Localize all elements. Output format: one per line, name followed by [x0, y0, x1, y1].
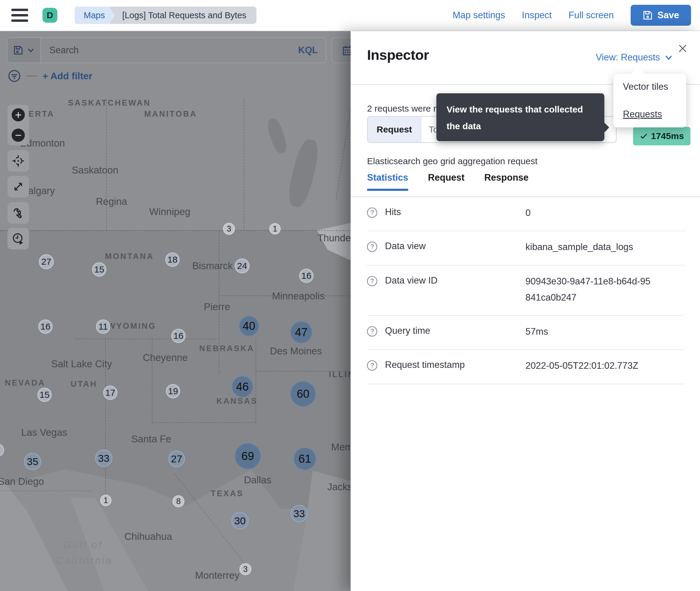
breadcrumb: Maps [Logs] Total Requests and Bytes: [75, 7, 256, 24]
minus-icon: −: [12, 129, 25, 142]
set-view-button[interactable]: [7, 150, 29, 172]
cluster-marker[interactable]: 30: [231, 512, 249, 529]
cluster-marker[interactable]: 40: [238, 316, 259, 336]
map-label: Saskatoon: [72, 165, 119, 176]
filter-icon[interactable]: [8, 69, 21, 82]
kql-selector[interactable]: KQL: [298, 45, 318, 56]
cluster-marker[interactable]: 19: [166, 384, 180, 398]
help-icon[interactable]: ?: [367, 242, 377, 252]
cluster-marker[interactable]: 27: [39, 254, 54, 269]
view-selector-button[interactable]: View: Requests: [596, 52, 673, 63]
map-border: [105, 339, 106, 506]
close-icon[interactable]: [674, 40, 691, 57]
cluster-marker[interactable]: 1: [100, 495, 111, 506]
stat-label: Request timestamp: [385, 359, 526, 370]
map-border: [255, 371, 351, 372]
lake-winnipegosis-shape: [265, 117, 289, 155]
zoom-out-button[interactable]: −: [12, 125, 25, 145]
map-border-us-mexico: [0, 490, 93, 491]
crosshair-icon: [11, 154, 25, 168]
map-border: [219, 296, 350, 296]
cluster-marker[interactable]: 17: [103, 386, 118, 400]
top-menu-link[interactable]: Full screen: [568, 10, 614, 21]
help-icon[interactable]: ?: [367, 276, 377, 286]
cluster-marker[interactable]: 61: [293, 447, 317, 470]
stat-value: 57ms: [526, 324, 654, 340]
fit-to-data-button[interactable]: [7, 176, 29, 197]
saved-query-menu-button[interactable]: [7, 38, 41, 63]
cluster-marker[interactable]: 24: [235, 258, 250, 273]
cluster-marker[interactable]: 3: [223, 223, 235, 235]
lake-winnipeg-shape: [285, 137, 322, 209]
plus-icon: +: [12, 108, 25, 121]
request-selector-label: Request: [368, 117, 421, 142]
table-row: ? Query time 57ms: [367, 316, 685, 350]
cluster-marker[interactable]: 46: [231, 376, 253, 398]
breadcrumb-maps[interactable]: Maps: [75, 7, 115, 24]
help-icon[interactable]: ?: [367, 208, 377, 218]
check-icon: [640, 132, 648, 140]
cluster-marker[interactable]: 16: [38, 319, 53, 334]
cluster-marker[interactable]: 16: [299, 269, 314, 283]
map-border: [152, 339, 152, 422]
cluster-marker[interactable]: 47: [290, 321, 313, 344]
map-label: TEXAS: [211, 489, 244, 498]
top-menu-link[interactable]: Map settings: [453, 10, 505, 21]
cluster-marker[interactable]: 11: [96, 319, 110, 334]
save-query-icon: [13, 45, 23, 55]
stat-label: Hits: [385, 207, 526, 217]
cluster-marker[interactable]: 16: [171, 329, 185, 343]
app-header: D Maps [Logs] Total Requests and Bytes M…: [0, 0, 700, 31]
tooltip-line2: the data: [447, 118, 594, 135]
cluster-marker[interactable]: 3: [239, 563, 251, 575]
breadcrumb-map-title[interactable]: [Logs] Total Requests and Bytes: [110, 7, 256, 24]
cluster-marker[interactable]: 33: [95, 450, 112, 467]
map-border: [219, 230, 219, 374]
map-label: Winnipeg: [149, 206, 190, 217]
timeslider-button[interactable]: [7, 228, 29, 250]
cluster-marker[interactable]: 1: [269, 223, 281, 235]
cluster-marker[interactable]: 15: [37, 388, 52, 402]
help-icon[interactable]: ?: [367, 360, 377, 371]
save-icon: [643, 10, 653, 20]
map-label: MANITOBA: [144, 110, 197, 119]
cluster-marker[interactable]: 15: [92, 262, 106, 277]
stat-value: 2022-05-05T22:01:02.773Z: [526, 358, 654, 374]
help-icon[interactable]: ?: [367, 326, 377, 336]
save-button[interactable]: Save: [631, 5, 691, 26]
pinned-filter-dash-icon: [26, 75, 37, 77]
view-popover-item[interactable]: Vector tiles: [623, 81, 677, 92]
cluster-marker[interactable]: 60: [290, 381, 316, 407]
inspector-tab[interactable]: Statistics: [367, 172, 408, 190]
statistics-table: ? Hits 0 ? Data view kibana_sample_data_…: [367, 197, 685, 384]
tooltip-line1: View the requests that collected: [447, 101, 594, 118]
map-label: Regina: [96, 196, 127, 207]
inspector-tabs: StatisticsRequestResponse: [367, 172, 529, 190]
add-filter-button[interactable]: + Add filter: [43, 71, 92, 82]
table-row: ? Hits 0: [367, 197, 685, 231]
cluster-marker[interactable]: 33: [291, 505, 308, 522]
top-menu-link[interactable]: Inspect: [522, 10, 552, 21]
request-description: Elasticsearch geo grid aggregation reque…: [367, 156, 537, 166]
pacific-ocean-shape: [0, 477, 69, 591]
request-time-badge: 1745ms: [633, 127, 690, 145]
map-label: Monterrey: [195, 570, 240, 581]
search-bar[interactable]: Search KQL: [7, 38, 326, 63]
inspector-tab[interactable]: Response: [484, 172, 529, 190]
menu-button[interactable]: [11, 9, 28, 22]
stat-label: Data view: [385, 241, 526, 252]
search-input[interactable]: Search: [49, 45, 298, 56]
avatar[interactable]: D: [43, 8, 57, 23]
tools-button[interactable]: [7, 202, 29, 224]
cluster-marker[interactable]: 27: [168, 450, 185, 467]
zoom-in-button[interactable]: +: [12, 105, 25, 125]
cluster-marker[interactable]: 69: [234, 443, 261, 470]
table-row: ? Request timestamp 2022-05-05T22:01:02.…: [367, 350, 685, 384]
cluster-marker[interactable]: 8: [172, 495, 184, 507]
stat-value: 90943e30-9a47-11e8-b64d-95841ca0b247: [526, 273, 654, 306]
view-popover-item[interactable]: Requests: [623, 109, 677, 120]
gulf-of-california-shape: [51, 498, 149, 591]
cluster-marker[interactable]: 35: [24, 453, 41, 470]
inspector-tab[interactable]: Request: [428, 172, 464, 190]
cluster-marker[interactable]: 18: [165, 252, 180, 267]
